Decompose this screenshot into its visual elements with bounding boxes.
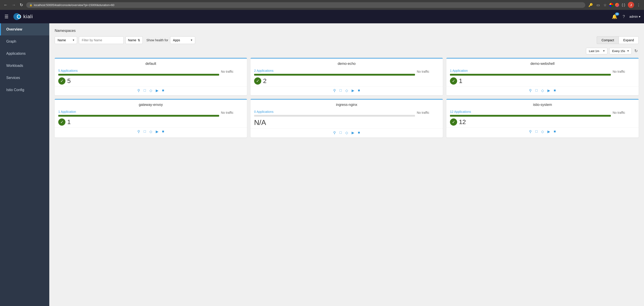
sidebar-item-applications-label: Applications [6,52,26,55]
istio-icon-ingress-nginx[interactable]: ■ [358,131,360,135]
services-icon-istio-system[interactable]: ▶ [548,129,550,134]
key-icon[interactable]: 🔑 [588,3,594,8]
card-body-default: 5 Applications ✓ 5 No traffic [55,67,247,86]
app-count-link-gateway-envoy[interactable]: 1 Application [58,110,76,114]
graph-icon-istio-system[interactable]: ⚲ [529,129,532,134]
menu-dots-icon[interactable]: ⋮ [636,3,641,8]
sidebar-item-applications[interactable]: Applications [0,48,49,60]
sidebar-item-workloads[interactable]: Workloads [0,60,49,72]
app-count-link-demo-echo[interactable]: 2 Applications [254,69,274,73]
workloads-icon-default[interactable]: ◇ [150,88,152,93]
content-area: Namespaces Name ▼ Name ⇅ Show health for… [49,23,644,306]
expand-view-button[interactable]: Expand [619,36,638,44]
apps-icon-default[interactable]: □ [144,88,146,93]
workloads-icon-istio-system[interactable]: ◇ [541,129,544,134]
card-body-demo-webshell: 1 Application ✓ 1 No traffic [446,67,638,86]
istio-icon-gateway-envoy[interactable]: ■ [162,129,164,134]
health-bar-fill-demo-echo [254,74,415,76]
reload-button[interactable]: ↻ [19,2,24,8]
refresh-button[interactable]: ↻ [634,48,638,54]
sort-icon: ⇅ [138,38,140,42]
refresh-interval-select[interactable]: Every 15s Every 30s Every 1m [609,48,632,54]
sort-label: Name [128,38,136,42]
card-body-istio-system: 12 Applications ✓ 12 No traffic [446,108,638,127]
compact-view-button[interactable]: Compact [597,36,618,44]
services-icon-gateway-envoy[interactable]: ▶ [156,129,158,134]
graph-icon-gateway-envoy[interactable]: ⚲ [137,129,140,134]
workloads-icon-demo-webshell[interactable]: ◇ [541,88,544,93]
istio-icon-istio-system[interactable]: ■ [554,129,556,134]
app-count-link-default[interactable]: 5 Applications [58,69,78,73]
card-right-gateway-envoy: No traffic [221,110,243,114]
services-icon-default[interactable]: ▶ [156,88,158,93]
card-header-demo-webshell: demo-webshell [446,59,638,67]
extensions-icon[interactable]: {:} [621,3,626,8]
sort-field-select[interactable]: Name [55,36,77,44]
user-menu-button[interactable]: admin ▾ [630,15,640,19]
health-select[interactable]: Apps Workloads Services [170,36,195,44]
card-header-ingress-nginx: ingress-nginx [250,100,443,108]
help-button[interactable]: ? [622,14,626,20]
back-button[interactable]: ← [3,2,8,8]
graph-icon-demo-echo[interactable]: ⚲ [333,88,336,93]
istio-icon-demo-echo[interactable]: ■ [358,88,360,93]
forward-button[interactable]: → [11,2,16,8]
check-icon-demo-echo: ✓ [254,77,261,85]
istio-icon-demo-webshell[interactable]: ■ [554,88,556,93]
sidebar-item-graph[interactable]: Graph [0,36,49,48]
app-count-link-istio-system[interactable]: 12 Applications [450,110,471,114]
services-icon-ingress-nginx[interactable]: ▶ [352,131,354,135]
apps-icon-gateway-envoy[interactable]: □ [144,129,146,134]
istio-icon-default[interactable]: ■ [162,88,164,93]
url-text: localhost:50005/kiali/console/overview?p… [34,3,114,7]
notification-button[interactable]: 🔔 2 [611,13,618,20]
traffic-label-default: No traffic [221,70,234,73]
card-body-ingress-nginx: 0 Applications N/A No traffic [250,108,443,129]
cast-icon[interactable]: ▭ [596,3,601,8]
address-bar[interactable]: 🔒 localhost:50005/kiali/console/overview… [26,2,585,8]
card-footer-ingress-nginx: ⚲ □ ◇ ▶ ■ [250,129,443,138]
check-icon-demo-webshell: ✓ [450,77,457,85]
workloads-icon-demo-echo[interactable]: ◇ [345,88,348,93]
workloads-icon-gateway-envoy[interactable]: ◇ [150,129,152,134]
health-for-label: Show health for [146,38,168,42]
graph-icon-demo-webshell[interactable]: ⚲ [529,88,532,93]
card-right-istio-system: No traffic [613,110,635,114]
sidebar-item-services[interactable]: Services [0,72,49,84]
time-range-select[interactable]: Last 1m Last 5m Last 10m Last 30m Last 1… [586,48,608,54]
apps-icon-demo-echo[interactable]: □ [340,88,342,93]
health-bar-fill-default [58,74,219,76]
workloads-icon-ingress-nginx[interactable]: ◇ [345,131,348,135]
graph-icon-ingress-nginx[interactable]: ⚲ [333,131,336,135]
sidebar-item-istio-config[interactable]: Istio Config [0,84,49,96]
sidebar: Overview Graph Applications Workloads Se… [0,23,49,306]
sidebar-item-overview[interactable]: Overview [0,23,49,36]
card-left-demo-webshell: 1 Application ✓ 1 [450,69,611,85]
services-icon-demo-webshell[interactable]: ▶ [548,88,550,93]
user-label: admin [630,15,638,19]
traffic-label-ingress-nginx: No traffic [417,111,429,114]
health-count-demo-echo: ✓ 2 [254,77,267,85]
card-footer-default: ⚲ □ ◇ ▶ ■ [55,86,247,95]
apps-icon-istio-system[interactable]: □ [535,129,538,134]
hamburger-button[interactable]: ☰ [4,13,10,20]
app-count-link-ingress-nginx[interactable]: 0 Applications [254,110,274,114]
card-header-default: default [55,59,247,67]
graph-icon-default[interactable]: ⚲ [137,88,140,93]
apps-icon-ingress-nginx[interactable]: □ [340,131,342,135]
app-count-link-demo-webshell[interactable]: 1 Application [450,69,468,73]
apps-icon-demo-webshell[interactable]: □ [535,88,538,93]
services-icon-demo-echo[interactable]: ▶ [352,88,354,93]
health-count-gateway-envoy: ✓ 1 [58,118,71,126]
card-header-istio-system: istio-system [446,100,638,108]
namespace-card-istio-system: istio-system 12 Applications ✓ 12 No tra… [446,99,638,138]
star-icon[interactable]: ☆ [602,3,608,8]
filter-name-input[interactable] [79,36,124,44]
card-right-ingress-nginx: No traffic [417,110,439,114]
health-count-istio-system: ✓ 12 [450,118,466,126]
sort-field-wrapper: Name ▼ [55,36,77,44]
sidebar-item-services-label: Services [6,76,20,80]
sort-button[interactable]: Name ⇅ [126,36,143,44]
profile-avatar[interactable]: J [628,2,634,8]
card-footer-demo-webshell: ⚲ □ ◇ ▶ ■ [446,86,638,95]
